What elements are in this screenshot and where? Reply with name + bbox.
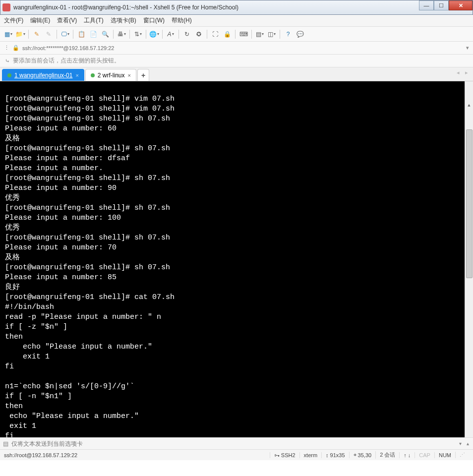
tab-close-icon[interactable]: ×	[75, 72, 78, 78]
compass-button[interactable]: ✪	[193, 29, 204, 40]
lock-button[interactable]: 🔒	[222, 29, 233, 40]
copy-button[interactable]: 📋	[76, 29, 87, 40]
net-up-icon: ↑	[404, 452, 407, 458]
maximize-button[interactable]: ☐	[434, 0, 449, 10]
globe-button[interactable]: 🌐	[149, 29, 160, 40]
hint-text: 要添加当前会话，点击左侧的箭头按钮。	[13, 57, 120, 65]
status-dot-icon	[7, 73, 11, 77]
minimize-button[interactable]: —	[419, 0, 434, 10]
terminal-output: [root@wangruifeng-01 shell]# vim 07.sh […	[5, 95, 175, 437]
status-resize-grip[interactable]: ⋰	[455, 452, 469, 458]
status-net: ↑↓	[399, 452, 414, 458]
address-dropdown-icon[interactable]: ▾	[466, 45, 469, 51]
sync-button[interactable]: ↻	[181, 29, 192, 40]
tab-add-button[interactable]: +	[137, 69, 149, 81]
status-size: ↕91x35	[321, 452, 349, 458]
net-down-icon: ↓	[408, 452, 411, 458]
tab-nav-arrows[interactable]: ◂ ▸	[457, 69, 470, 76]
status-sessions: 2 会话	[375, 451, 399, 459]
hint-arrow-icon[interactable]: ⤷	[5, 58, 10, 64]
find-button[interactable]: 🔍	[100, 29, 111, 40]
compose-dropdown-icon[interactable]: ▾	[458, 441, 463, 446]
protocol-indicator: ⋮	[4, 45, 9, 51]
lock-icon: 🔒	[12, 45, 19, 51]
menu-view[interactable]: 查看(V)	[57, 16, 77, 25]
chat-button[interactable]: 💬	[295, 29, 305, 40]
status-bar: ssh://root@192.168.57.129:22 🗝SSH2 xterm…	[0, 449, 473, 460]
window-titlebar: wangruifenglinux-01 - root@wangruifeng-0…	[0, 0, 473, 15]
size-icon: ↕	[326, 452, 329, 458]
open-button[interactable]: 📁	[15, 29, 26, 40]
ssh-icon: 🗝	[274, 452, 280, 458]
tab-label: 1 wangruifenglinux-01	[14, 72, 72, 79]
status-ssh: 🗝SSH2	[270, 452, 299, 458]
help-button[interactable]: ?	[283, 29, 294, 40]
fullscreen-button[interactable]: ⛶	[210, 29, 221, 40]
toolbar: ▦ 📁 ✎ ✎ 🖵 📋 📄 🔍 🖶 ⇅ 🌐 A ↻ ✪ ⛶ 🔒 ⌨ ▤ ◫ ? …	[0, 27, 473, 42]
new-session-button[interactable]: ▦	[3, 29, 14, 40]
close-button[interactable]: ✕	[449, 0, 473, 10]
status-dot-icon	[91, 73, 95, 77]
tab-close-icon[interactable]: ×	[128, 72, 131, 78]
properties-button[interactable]: 🖵	[59, 29, 70, 40]
paste-button[interactable]: 📄	[88, 29, 99, 40]
compose-collapse-icon[interactable]: ▴	[466, 441, 470, 446]
panes-button[interactable]: ◫	[266, 29, 277, 40]
transfer-button[interactable]: ⇅	[132, 29, 143, 40]
scroll-track[interactable]	[465, 129, 473, 437]
status-num: NUM	[434, 452, 455, 458]
menu-tools[interactable]: 工具(T)	[84, 16, 103, 25]
status-cap: CAP	[414, 452, 434, 458]
scroll-thumb[interactable]	[466, 129, 473, 278]
terminal-scrollbar[interactable]: ▲ ▼	[465, 81, 473, 437]
compose-input[interactable]	[11, 440, 455, 447]
menu-bar: 文件(F) 编辑(E) 查看(V) 工具(T) 选项卡(B) 窗口(W) 帮助(…	[0, 15, 473, 27]
window-buttons: — ☐ ✕	[419, 0, 473, 10]
menu-tabs[interactable]: 选项卡(B)	[111, 16, 136, 25]
hint-bar: ⤷ 要添加当前会话，点击左侧的箭头按钮。	[0, 55, 473, 67]
tab-session-2[interactable]: 2 wrf-linux ×	[85, 69, 136, 81]
tab-bar: 1 wangruifenglinux-01 × 2 wrf-linux × + …	[0, 67, 473, 81]
print-button[interactable]: 🖶	[116, 29, 127, 40]
status-term: xterm	[299, 452, 322, 458]
menu-file[interactable]: 文件(F)	[4, 16, 23, 25]
compose-bar: ▤ ▾ ▴	[0, 437, 473, 449]
send-mode-icon[interactable]: ▤	[3, 440, 8, 447]
scroll-up-icon[interactable]: ▲	[465, 101, 473, 110]
layout-button[interactable]: ▤	[254, 29, 265, 40]
reconnect-button[interactable]: ✎	[31, 29, 42, 40]
keyboard-button[interactable]: ⌨	[238, 29, 249, 40]
menu-edit[interactable]: 编辑(E)	[30, 16, 50, 25]
tab-session-1[interactable]: 1 wangruifenglinux-01 ×	[2, 69, 84, 81]
status-connection: ssh://root@192.168.57.129:22	[4, 452, 270, 458]
tab-label: 2 wrf-linux	[98, 72, 125, 79]
disconnect-button[interactable]: ✎	[43, 29, 54, 40]
menu-help[interactable]: 帮助(H)	[172, 16, 192, 25]
status-cursor: ⌖35,30	[349, 452, 376, 458]
terminal[interactable]: [root@wangruifeng-01 shell]# vim 07.sh […	[0, 81, 473, 437]
cursor-icon: ⌖	[354, 452, 356, 458]
app-icon	[2, 3, 10, 11]
font-button[interactable]: A	[165, 29, 176, 40]
menu-window[interactable]: 窗口(W)	[143, 16, 165, 25]
address-bar: ⋮ 🔒 ssh://root:********@192.168.57.129:2…	[0, 42, 473, 55]
window-title: wangruifenglinux-01 - root@wangruifeng-0…	[13, 4, 471, 11]
address-text[interactable]: ssh://root:********@192.168.57.129:22	[22, 45, 114, 51]
